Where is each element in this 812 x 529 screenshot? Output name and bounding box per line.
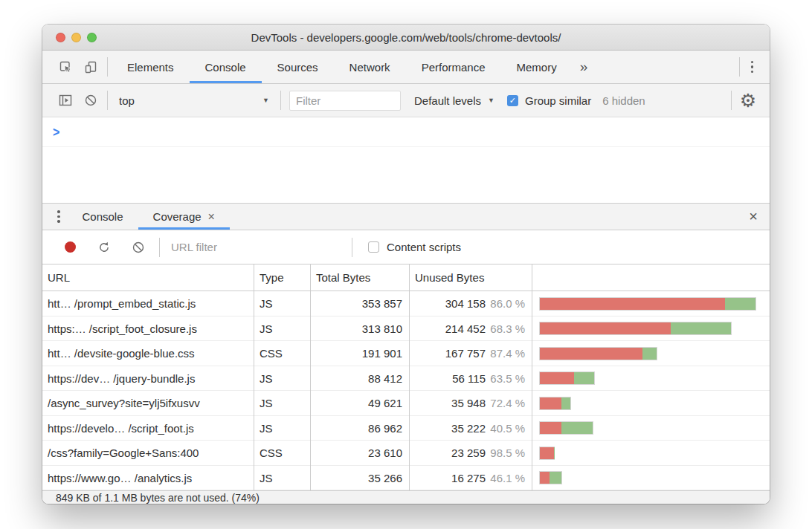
coverage-table-body: htt… /prompt_embed_static.jsJS353 857304… [42,291,770,490]
zoom-window-button[interactable] [87,33,97,42]
total-bytes-cell: 86 962 [311,416,410,441]
console-filter-input[interactable] [289,91,401,111]
url-filter-input[interactable] [171,241,348,253]
reload-icon[interactable] [87,236,121,259]
minimize-window-button[interactable] [71,33,81,42]
total-bytes-cell: 191 901 [311,341,410,366]
column-header-usage-bar [532,264,770,291]
drawer-menu-icon[interactable] [50,206,68,227]
unused-bytes-value: 304 158 [410,297,486,310]
tab-memory[interactable]: Memory [501,51,573,83]
usage-bar-cell [532,416,770,441]
console-prompt-row[interactable]: > [42,117,770,147]
unused-percent: 63.5 % [486,372,532,385]
unused-bytes-cell: 214 45268.3 % [410,317,532,342]
url-cell: htt… /prompt_embed_static.js [42,291,254,317]
status-bar: 849 KB of 1.1 MB bytes are not used. (74… [42,490,770,504]
close-window-button[interactable] [56,33,65,42]
unused-bar-segment [540,298,725,310]
column-header-total-bytes[interactable]: Total Bytes [311,264,410,291]
main-menu-icon[interactable] [744,56,761,78]
used-bar-segment [561,422,593,434]
clear-coverage-icon[interactable] [121,236,155,259]
unused-bytes-cell: 23 25998.5 % [410,441,532,466]
usage-bar-cell [532,441,770,466]
group-similar-checkbox[interactable]: ✓ [507,95,518,106]
drawer-tab-label: Coverage [153,210,202,223]
more-tabs-icon[interactable]: » [573,59,596,75]
unused-bar-segment [540,397,561,409]
unused-bytes-cell: 16 27546.1 % [410,466,532,491]
unused-percent: 68.3 % [486,322,532,335]
column-header-unused-bytes[interactable]: Unused Bytes [410,264,532,291]
device-toolbar-icon[interactable] [78,56,103,78]
unused-bytes-cell: 56 11563.5 % [410,366,532,392]
coverage-toolbar: Content scripts [42,230,770,264]
close-tab-icon[interactable]: × [208,210,215,224]
url-cell: https://www.go… /analytics.js [42,466,254,491]
table-row[interactable]: https:… /script_foot_closure.jsJS313 810… [42,317,770,342]
used-bar-segment [642,348,657,360]
total-bytes-cell: 23 610 [311,441,410,466]
divider [159,238,160,257]
table-row[interactable]: htt… /prompt_embed_static.jsJS353 857304… [42,291,770,317]
tab-performance[interactable]: Performance [406,51,501,83]
total-bytes-cell: 313 810 [311,317,410,342]
unused-percent: 98.5 % [486,447,532,459]
content-scripts-label[interactable]: Content scripts [387,241,461,253]
tab-console[interactable]: Console [190,51,262,83]
usage-bar [540,298,755,310]
chevron-down-icon: ▼ [262,97,269,104]
table-row[interactable]: /css?family=Google+Sans:400CSS23 61023 2… [42,441,770,466]
table-row[interactable]: htt… /devsite-google-blue.cssCSS191 9011… [42,341,770,366]
table-row[interactable]: /async_survey?site=ylj5ifxusvvJS49 62135… [42,391,770,416]
unused-bytes-value: 167 757 [410,347,486,360]
usage-bar-cell [532,341,770,366]
drawer-tab-bar: ConsoleCoverage× × [42,203,770,230]
javascript-context-select[interactable]: top ▼ [112,94,277,107]
group-similar-label[interactable]: Group similar [525,94,591,107]
type-cell: JS [254,366,311,392]
table-row[interactable]: https://develo… /script_foot.jsJS86 9623… [42,416,770,441]
type-cell: CSS [254,341,311,366]
used-bar-segment [725,298,755,310]
drawer-tab-label: Console [83,210,123,223]
console-messages-area[interactable]: > [42,117,770,203]
panel-tabs: ElementsConsoleSourcesNetworkPerformance… [112,51,573,83]
drawer-tab-console[interactable]: Console [68,204,138,230]
column-header-type[interactable]: Type [254,264,311,291]
drawer-tab-coverage[interactable]: Coverage× [138,204,230,230]
settings-gear-icon[interactable]: ⚙ [735,89,761,111]
toggle-recording-button[interactable] [53,236,87,259]
usage-bar [540,397,570,409]
table-row[interactable]: https://dev… /jquery-bundle.jsJS88 41256… [42,366,770,392]
unused-bar-segment [540,472,550,484]
url-cell: htt… /devsite-google-blue.css [42,341,254,366]
console-toolbar: top ▼ Default levels ▼ ✓ Group similar 6… [42,84,770,117]
clear-console-icon[interactable] [78,89,103,111]
divider [107,91,108,110]
inspect-element-icon[interactable] [53,56,78,78]
log-levels-select[interactable]: Default levels ▼ [414,94,494,107]
tab-elements[interactable]: Elements [112,51,190,83]
unused-bar-segment [540,447,554,459]
table-row[interactable]: https://www.go… /analytics.jsJS35 26616 … [42,466,770,491]
record-icon [65,241,76,253]
unused-bar-segment [540,348,642,360]
url-cell: https://develo… /script_foot.js [42,416,254,441]
unused-percent: 86.0 % [486,297,532,310]
column-header-url[interactable]: URL [42,264,254,291]
url-cell: /async_survey?site=ylj5ifxusvv [42,391,254,416]
coverage-table-header: URL Type Total Bytes Unused Bytes [42,264,770,291]
close-drawer-icon[interactable]: × [747,208,759,225]
tab-sources[interactable]: Sources [262,51,334,83]
hidden-messages-count: 6 hidden [602,94,645,107]
usage-bar [540,348,657,360]
tab-network[interactable]: Network [334,51,406,83]
usage-bar [540,447,554,459]
used-bar-segment [550,472,561,484]
type-cell: JS [254,416,311,441]
content-scripts-checkbox[interactable] [368,241,379,253]
console-sidebar-icon[interactable] [53,89,78,111]
type-cell: JS [254,317,311,342]
